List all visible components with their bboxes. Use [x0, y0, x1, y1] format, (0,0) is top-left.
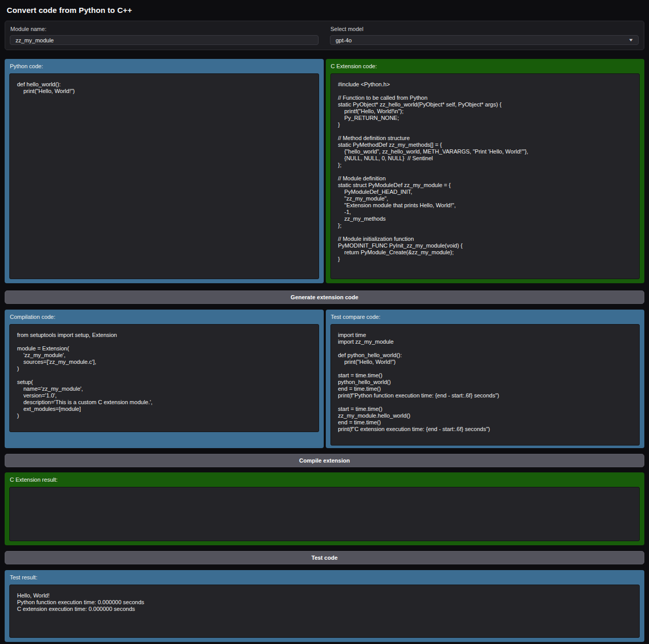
- model-dropdown[interactable]: gpt-4o ▼: [330, 35, 639, 45]
- c-extension-result-textarea[interactable]: [9, 487, 640, 541]
- page-title: Convert code from Python to C++: [7, 6, 644, 14]
- test-compare-code-panel: Test compare code: import time import zz…: [326, 310, 645, 448]
- compilation-code-textarea[interactable]: from setuptools import setup, Extension …: [9, 324, 319, 432]
- test-result-panel: Test result: Hello, World! Python functi…: [5, 570, 644, 642]
- compile-row: Compilation code: from setuptools import…: [5, 310, 644, 448]
- compile-extension-button[interactable]: Compile extension: [5, 454, 644, 467]
- c-extension-result-panel: C Extension result:: [5, 472, 644, 545]
- module-name-label: Module name:: [10, 26, 319, 32]
- c-extension-code-label: C Extension code:: [331, 63, 640, 69]
- select-model-field-group: Select model gpt-4o ▼: [330, 26, 639, 45]
- form-row: Module name: Select model gpt-4o ▼: [5, 21, 644, 50]
- compilation-code-panel: Compilation code: from setuptools import…: [5, 310, 324, 448]
- c-extension-result-label: C Extension result:: [10, 477, 640, 483]
- model-dropdown-value: gpt-4o: [336, 37, 352, 43]
- test-result-label: Test result:: [10, 574, 640, 580]
- compilation-code-label: Compilation code:: [10, 314, 319, 320]
- test-result-textarea[interactable]: Hello, World! Python function execution …: [9, 585, 640, 638]
- test-code-button[interactable]: Test code: [5, 551, 644, 564]
- c-extension-code-panel: C Extension code: #include <Python.h> //…: [326, 59, 645, 283]
- module-name-field-group: Module name:: [10, 26, 319, 45]
- c-extension-code-textarea[interactable]: #include <Python.h> // Function to be ca…: [330, 73, 640, 279]
- python-code-panel: Python code: def hello_world(): print("H…: [5, 59, 324, 283]
- chevron-down-icon: ▼: [628, 38, 633, 42]
- module-name-input[interactable]: [10, 35, 319, 45]
- test-compare-code-label: Test compare code:: [331, 314, 640, 320]
- code-row: Python code: def hello_world(): print("H…: [5, 59, 644, 283]
- select-model-label: Select model: [330, 26, 639, 32]
- python-code-textarea[interactable]: def hello_world(): print("Hello, World!"…: [9, 73, 319, 279]
- python-code-label: Python code:: [10, 63, 319, 69]
- generate-extension-code-button[interactable]: Generate extension code: [5, 290, 644, 304]
- test-compare-code-textarea[interactable]: import time import zz_my_module def pyth…: [330, 324, 640, 446]
